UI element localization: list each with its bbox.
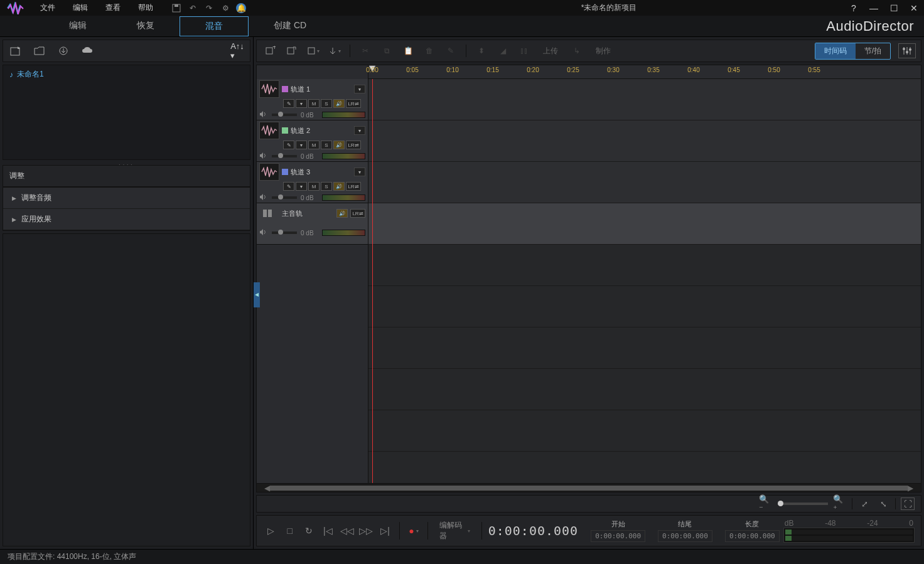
automation-dd[interactable]: ▾ xyxy=(296,141,307,149)
panel-resize-handle[interactable]: ···· xyxy=(0,160,253,165)
menu-edit[interactable]: 编辑 xyxy=(65,1,95,15)
prev-button[interactable]: |◁ xyxy=(320,522,335,540)
channel-lr-button[interactable]: LR⇌ xyxy=(346,182,361,191)
automation-icon[interactable]: ✎ xyxy=(283,141,294,149)
start-time-value[interactable]: 0:00:00.000 xyxy=(591,530,645,542)
pencil-icon[interactable]: ✎ xyxy=(442,43,459,58)
file-list[interactable]: ♪ 未命名1 xyxy=(3,65,250,160)
zoom-all-icon[interactable]: ⛶ xyxy=(901,497,915,510)
length-time-value[interactable]: 0:00:00.000 xyxy=(725,530,780,542)
solo-button[interactable]: S xyxy=(321,99,332,108)
solo-button[interactable]: S xyxy=(321,182,332,191)
menu-file[interactable]: 文件 xyxy=(33,1,63,15)
collapse-left-panel[interactable]: ◀ xyxy=(254,282,260,307)
master-track-header[interactable]: 主音轨🔊LR⇌0 dB xyxy=(257,203,368,245)
zoom-out-icon[interactable]: 🔍⁻ xyxy=(759,497,773,510)
accordion-apply-effects[interactable]: ▶应用效果 xyxy=(3,209,250,230)
tab-restore[interactable]: 恢复 xyxy=(112,16,180,36)
timeline-hscroll[interactable]: ◀ ▶ xyxy=(257,483,921,492)
mute-button[interactable]: M xyxy=(308,182,320,191)
settings-icon[interactable]: ⚙ xyxy=(220,3,231,14)
split-icon[interactable]: ⬍ xyxy=(473,43,490,58)
master-lane[interactable] xyxy=(368,203,921,245)
paste-icon[interactable]: 📋 xyxy=(399,43,417,58)
tab-edit[interactable]: 编辑 xyxy=(44,16,112,36)
delete-icon[interactable]: 🗑 xyxy=(421,43,438,58)
produce-button[interactable]: 制作 xyxy=(589,43,617,58)
notification-icon[interactable]: 🔔 xyxy=(236,3,246,13)
snap-dropdown[interactable] xyxy=(304,43,322,58)
track-lanes[interactable] xyxy=(368,79,921,483)
channel-lr-button[interactable]: LR⇌ xyxy=(346,99,361,108)
zoom-in-icon[interactable]: 🔍⁺ xyxy=(833,497,847,510)
automation-icon[interactable]: ✎ xyxy=(283,182,294,191)
mute-button[interactable]: M xyxy=(308,141,320,149)
import-file-icon[interactable] xyxy=(9,45,22,56)
forward-button[interactable]: ▷▷ xyxy=(358,522,373,540)
zoom-fit-v-icon[interactable]: ⤡ xyxy=(876,497,890,510)
volume-slider[interactable] xyxy=(272,196,297,199)
track-color[interactable] xyxy=(282,169,288,175)
speaker-icon[interactable]: 🔊 xyxy=(333,182,345,191)
solo-button[interactable]: S xyxy=(321,141,332,149)
normalize-icon[interactable]: ⫿⫿ xyxy=(515,43,533,58)
track-header[interactable]: 轨道 1▼✎▾MS🔊LR⇌0 dB xyxy=(257,79,368,120)
end-time-value[interactable]: 0:00:00.000 xyxy=(658,530,712,542)
tab-create-cd[interactable]: 创建 CD xyxy=(249,16,331,36)
next-button[interactable]: ▷| xyxy=(377,522,392,540)
font-size-button[interactable]: A↑↓ ▾ xyxy=(231,45,244,56)
speaker-icon[interactable]: 🔊 xyxy=(333,99,345,108)
upload-button[interactable]: 上传 xyxy=(537,43,564,58)
volume-slider[interactable] xyxy=(272,155,297,157)
volume-slider[interactable] xyxy=(272,114,297,116)
cloud-icon[interactable] xyxy=(81,45,94,56)
channel-lr-button[interactable]: LR⇌ xyxy=(346,141,361,149)
tab-mix[interactable]: 混音 xyxy=(180,16,249,36)
mixer-icon[interactable] xyxy=(898,43,916,58)
speaker-icon[interactable]: 🔊 xyxy=(336,209,348,218)
add-track-icon[interactable]: + xyxy=(262,43,279,58)
help-icon[interactable]: ? xyxy=(846,2,861,14)
loop-button[interactable]: ↻ xyxy=(301,522,316,540)
fade-icon[interactable]: ◢ xyxy=(494,43,512,58)
zoom-fit-h-icon[interactable]: ⤢ xyxy=(857,497,871,510)
export-icon[interactable]: ↳ xyxy=(568,43,586,58)
track-header[interactable]: 轨道 2▼✎▾MS🔊LR⇌0 dB xyxy=(257,120,368,162)
zoom-slider[interactable] xyxy=(778,503,828,505)
undo-icon[interactable]: ↶ xyxy=(187,3,198,14)
speaker-icon[interactable]: 🔊 xyxy=(333,141,345,149)
track-menu-dropdown[interactable]: ▼ xyxy=(354,85,365,93)
cut-icon[interactable]: ✂ xyxy=(357,43,374,58)
play-button[interactable]: ▷ xyxy=(263,522,278,540)
track-lane[interactable] xyxy=(368,79,921,120)
channel-lr-button[interactable]: LR⇌ xyxy=(350,209,365,218)
file-item[interactable]: ♪ 未命名1 xyxy=(3,65,250,83)
beat-mode-btn[interactable]: 节/拍 xyxy=(856,43,890,59)
track-color[interactable] xyxy=(282,86,288,92)
copy-icon[interactable]: ⧉ xyxy=(378,43,395,58)
accordion-adjust-volume[interactable]: ▶调整音频 xyxy=(3,188,250,209)
track-menu-dropdown[interactable]: ▼ xyxy=(354,168,365,176)
rewind-button[interactable]: ◁◁ xyxy=(340,522,355,540)
redo-icon[interactable]: ↷ xyxy=(203,3,215,14)
download-icon[interactable] xyxy=(57,45,70,56)
minimize-button[interactable]: — xyxy=(866,2,881,14)
track-lane[interactable] xyxy=(368,162,921,203)
mute-button[interactable]: M xyxy=(308,99,320,108)
automation-dd[interactable]: ▾ xyxy=(296,99,307,108)
time-ruler[interactable]: 0:000:050:100:150:200:250:300:350:400:45… xyxy=(368,65,921,79)
track-menu-dropdown[interactable]: ▼ xyxy=(354,126,365,135)
automation-icon[interactable]: ✎ xyxy=(283,99,294,108)
timecode-mode-btn[interactable]: 时间码 xyxy=(815,43,856,59)
menu-help[interactable]: 帮助 xyxy=(131,1,161,15)
import-folder-icon[interactable] xyxy=(33,45,46,56)
track-lane[interactable] xyxy=(368,120,921,162)
maximize-button[interactable]: ☐ xyxy=(886,2,901,14)
add-marker-icon[interactable] xyxy=(283,43,301,58)
stop-button[interactable]: □ xyxy=(282,522,297,540)
save-icon[interactable] xyxy=(171,3,182,14)
track-header[interactable]: 轨道 3▼✎▾MS🔊LR⇌0 dB xyxy=(257,162,368,203)
automation-dd[interactable]: ▾ xyxy=(296,182,307,191)
track-name[interactable]: 轨道 1 xyxy=(291,85,352,94)
menu-view[interactable]: 查看 xyxy=(98,1,128,15)
